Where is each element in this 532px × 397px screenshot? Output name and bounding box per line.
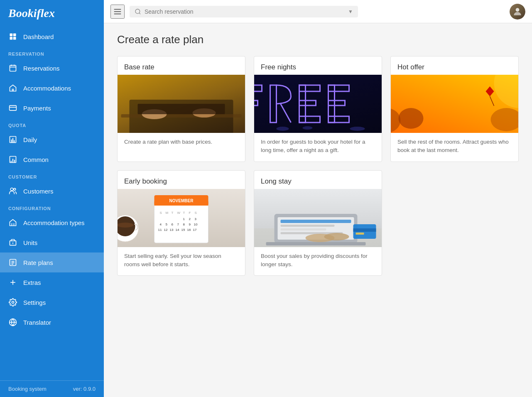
svg-text:S: S [160, 211, 162, 215]
version-label: Booking system [8, 386, 47, 392]
svg-text:5: 5 [166, 223, 168, 226]
card-long-stay-title: Long stay [254, 171, 382, 189]
sidebar-item-payments[interactable]: Payments [0, 98, 104, 118]
card-early-booking-desc: Start selling early. Sell your low seaso… [118, 247, 245, 276]
sidebar-label-rate-plans: Rate plans [23, 259, 53, 266]
svg-text:T: T [172, 211, 174, 215]
sidebar-label-accommodation-types: Accommodation types [23, 219, 85, 226]
sidebar-label-customers: Customers [23, 188, 54, 195]
translator-icon [8, 318, 17, 327]
search-bar[interactable]: ▼ [130, 6, 358, 17]
card-early-booking-title: Early booking [118, 171, 245, 189]
content-area: Create a rate plan Base rate [104, 23, 532, 397]
card-long-stay-image [254, 189, 382, 247]
svg-point-62 [350, 127, 365, 131]
customers-icon [8, 186, 17, 196]
card-early-booking[interactable]: Early booking [117, 170, 245, 276]
sidebar-item-reservations[interactable]: Reservations [0, 58, 104, 78]
sidebar-item-extras[interactable]: Extras [0, 272, 104, 292]
rate-plans-icon [8, 258, 17, 267]
sidebar-label-units: Units [23, 239, 37, 246]
svg-rect-116 [356, 233, 364, 235]
svg-text:12: 12 [164, 228, 168, 232]
svg-text:F: F [189, 211, 191, 215]
search-chevron-icon: ▼ [348, 9, 353, 15]
version-number: ver: 0.9.0 [73, 386, 96, 392]
sidebar-label-accommodations: Accommodations [23, 85, 71, 92]
sidebar-item-daily[interactable]: Daily [0, 130, 104, 149]
card-long-stay-desc: Boost your sales by providing discounts … [254, 247, 382, 276]
svg-point-60 [277, 127, 289, 131]
svg-text:8: 8 [183, 223, 185, 226]
svg-text:17: 17 [193, 228, 197, 232]
svg-text:10: 10 [194, 223, 198, 226]
svg-line-38 [139, 13, 140, 14]
extras-icon [8, 278, 17, 287]
svg-text:7: 7 [177, 223, 179, 226]
svg-point-102 [118, 223, 134, 228]
main-area: ▼ Create a rate plan Base rate [104, 0, 532, 397]
avatar-image [510, 4, 525, 20]
section-reservation: RESERVATION [0, 47, 104, 58]
hamburger-button[interactable] [110, 5, 125, 19]
svg-rect-9 [10, 105, 17, 110]
svg-rect-1 [13, 34, 16, 37]
svg-rect-46 [254, 75, 382, 133]
user-avatar[interactable] [510, 4, 525, 20]
svg-text:M: M [166, 211, 169, 215]
sidebar-label-payments: Payments [23, 105, 51, 112]
svg-text:3: 3 [195, 217, 197, 221]
section-quota: QUOTA [0, 118, 104, 130]
sidebar-label-reservations: Reservations [23, 65, 60, 72]
card-base-rate[interactable]: Base rate [117, 56, 245, 162]
svg-rect-0 [10, 34, 13, 37]
card-long-stay[interactable]: Long stay [254, 170, 382, 276]
section-customer: CUSTOMER [0, 169, 104, 181]
sidebar-item-dashboard[interactable]: Dashboard [0, 27, 104, 47]
svg-rect-111 [266, 242, 366, 245]
sidebar-label-daily: Daily [23, 136, 37, 143]
svg-point-113 [324, 233, 349, 240]
svg-rect-45 [138, 104, 225, 114]
card-free-nights-title: Free nights [254, 56, 382, 75]
sidebar-item-accommodation-types[interactable]: Accommodation types [0, 213, 104, 233]
reservations-icon [8, 64, 17, 73]
payments-icon [8, 103, 17, 113]
card-hot-offer-title: Hot offer [391, 56, 518, 75]
svg-text:W: W [177, 211, 181, 215]
rate-plan-cards-grid: Base rate [117, 56, 519, 276]
sidebar-label-settings: Settings [23, 299, 46, 306]
svg-rect-2 [10, 37, 13, 40]
sidebar-item-accommodations[interactable]: Accommodations [0, 78, 104, 98]
dashboard-icon [8, 32, 17, 41]
svg-rect-108 [281, 225, 335, 227]
sidebar-footer: Booking system ver: 0.9.0 [0, 380, 104, 397]
svg-rect-8 [12, 89, 14, 91]
card-early-booking-image: NOVEMBER S M T W T F S 1 2 3 4 [118, 189, 245, 247]
svg-rect-42 [121, 114, 242, 118]
card-free-nights[interactable]: Free nights [254, 56, 382, 162]
search-icon [135, 8, 141, 15]
section-configuration: CONFIGURATION [0, 201, 104, 213]
sidebar-item-units[interactable]: Units [0, 233, 104, 252]
sidebar-item-customers[interactable]: Customers [0, 181, 104, 201]
svg-text:6: 6 [172, 223, 174, 226]
page-title: Create a rate plan [117, 33, 519, 46]
card-base-rate-image [118, 75, 245, 133]
svg-text:S: S [195, 211, 197, 215]
sidebar-item-common[interactable]: Common [0, 149, 104, 169]
svg-text:2: 2 [189, 217, 191, 221]
daily-icon [8, 135, 17, 144]
sidebar-item-translator[interactable]: Translator [0, 312, 104, 332]
card-free-nights-desc: In order for guests to book your hotel f… [254, 133, 382, 162]
search-input[interactable] [145, 8, 345, 15]
sidebar-label-common: Common [23, 156, 49, 163]
svg-text:4: 4 [160, 223, 162, 226]
card-hot-offer[interactable]: Hot offer [390, 56, 519, 162]
settings-icon [8, 298, 17, 307]
svg-text:16: 16 [187, 228, 191, 232]
sidebar-item-rate-plans[interactable]: Rate plans [0, 252, 104, 272]
svg-point-39 [516, 8, 520, 12]
app-logo: Bookiflex [0, 0, 104, 27]
sidebar-item-settings[interactable]: Settings [0, 292, 104, 312]
